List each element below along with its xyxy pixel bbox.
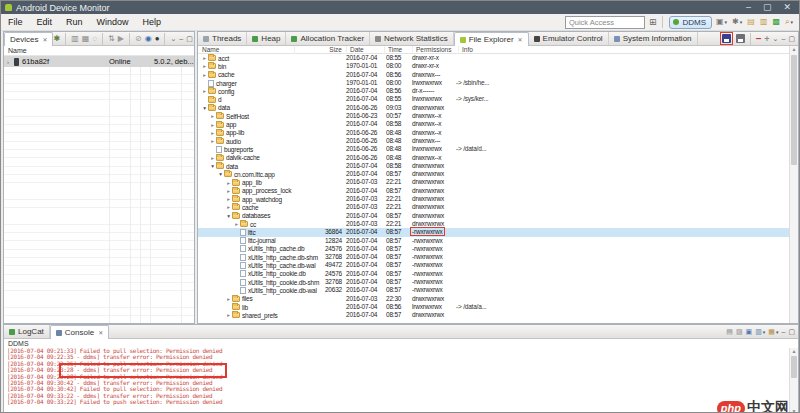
column-header-time[interactable]: Time [384, 46, 410, 54]
tree-row-shared-prefs[interactable]: ▸shared_prefs2016-07-0408:57drwxrwxrwx [198, 311, 789, 319]
close-icon[interactable]: ✕ [518, 36, 523, 43]
hierarchy-view-icon[interactable]: ● [155, 35, 160, 43]
expander-closed-icon[interactable]: ▸ [225, 312, 232, 318]
scroll-up-icon[interactable]: ▲ [790, 46, 798, 53]
scrollbar-thumb[interactable] [791, 356, 797, 378]
pull-file-icon[interactable] [722, 34, 731, 43]
expander-closed-icon[interactable]: ▸ [225, 188, 232, 194]
tab-heap[interactable]: Heap [247, 32, 286, 45]
tree-row-dalvik-cache[interactable]: ▸dalvik-cache2016-06-2608:48drwxrwx--x [198, 154, 789, 162]
explorer-scrollbar[interactable]: ▲ [789, 46, 798, 323]
tab-logcat[interactable]: LogCat [4, 325, 50, 338]
menu-run[interactable]: Run [59, 14, 90, 30]
tree-row-cache[interactable]: ▸cache2016-07-0322:21drwxrwxrwx [198, 203, 789, 211]
column-header-size[interactable]: Size [294, 46, 342, 54]
display-console-icon[interactable]: ▥▾ [755, 327, 765, 337]
update-heap-icon[interactable]: ▥ [71, 35, 79, 43]
perspective-ddms-button[interactable]: DDMS [669, 16, 712, 29]
tree-row-xutils-http-cache-db-shm[interactable]: xUtils_http_cache.db-shm327682016-07-040… [198, 253, 789, 261]
menu-window[interactable]: Window [90, 14, 136, 30]
dump-hprof-icon[interactable]: ▦ [82, 35, 90, 43]
column-header-permissions[interactable]: Permissions [412, 46, 456, 54]
expander-closed-icon[interactable]: ▸ [209, 155, 216, 161]
column-header-name[interactable]: Name [199, 46, 291, 54]
debug-process-icon[interactable]: ✱ [53, 35, 60, 43]
pin-console-icon[interactable]: ▣ [746, 328, 753, 336]
new-wizard-icon[interactable]: ▣▾ [716, 17, 727, 27]
maximize-window-icon[interactable]: ▢ [763, 1, 772, 14]
tree-row-xutils-http-cookie-db-shm[interactable]: xUtils_http_cookie.db-shm327682016-07-04… [198, 278, 789, 286]
delete-icon[interactable]: – [756, 35, 762, 43]
expander-closed-icon[interactable]: ▸ [209, 138, 216, 144]
expander-open-icon[interactable]: ▾ [217, 171, 224, 177]
tree-row-xutils-http-cache-db-wal[interactable]: xUtils_http_cache.db-wal494722016-07-040… [198, 261, 789, 269]
view-menu-icon[interactable]: ⌄ [170, 35, 176, 43]
tree-row-data[interactable]: ▾data2016-06-2609:03drwxrwxrwx [198, 104, 789, 112]
expander-closed-icon[interactable]: ▸ [225, 296, 232, 302]
tree-row-app-process-lock[interactable]: ▸app_process_lock2016-07-0408:57drwxrwxr… [198, 187, 789, 195]
menu-file[interactable]: File [1, 14, 30, 30]
cause-gc-icon[interactable]: ◌ [92, 35, 97, 43]
tree-row-config[interactable]: ▸config2016-07-0408:56dr-x------ [198, 87, 789, 95]
expander-open-icon[interactable]: ▾ [201, 105, 208, 111]
tab-threads[interactable]: Threads [198, 32, 247, 45]
expander-closed-icon[interactable]: ▸ [209, 130, 216, 136]
tree-row-acct[interactable]: ▸acct2016-07-0408:55drwxr-xr-x [198, 54, 789, 62]
minimize-view-icon[interactable]: – [781, 328, 785, 335]
menu-help[interactable]: Help [136, 14, 169, 30]
minimize-view-icon[interactable]: – [781, 35, 785, 42]
debug-menu-icon[interactable]: ✱▾ [732, 17, 742, 27]
tab-emulator-control[interactable]: Emulator Control [529, 32, 609, 45]
sync-icon[interactable]: ▩ [772, 18, 780, 26]
expander-closed-icon[interactable]: ▸ [225, 196, 232, 202]
tab-system-information[interactable]: System Information [609, 32, 698, 45]
scroll-up-icon[interactable]: ▲ [790, 348, 798, 355]
expander-closed-icon[interactable]: ▸ [225, 204, 232, 210]
tree-row-databases[interactable]: ▾databases2016-07-0408:57drwxrwxrwx [198, 212, 789, 220]
tree-row-data[interactable]: ▾data2016-07-0408:58drwxrwxrwx [198, 162, 789, 170]
expander-open-icon[interactable]: ▾ [225, 213, 232, 219]
tree-row-xutils-http-cookie-db-wal[interactable]: xUtils_http_cookie.db-wal206322016-07-04… [198, 286, 789, 294]
expander-closed-icon[interactable]: ▸ [201, 63, 208, 69]
expander-closed-icon[interactable]: ▸ [201, 72, 208, 78]
tree-row-app[interactable]: ▸app2016-07-0408:58drwxrwx--x [198, 120, 789, 128]
screen-capture-icon[interactable]: ◉ [145, 35, 152, 43]
menu-edit[interactable]: Edit [30, 14, 60, 30]
tree-row-cache[interactable]: ▸cache2016-07-0408:56drwxrwx--- [198, 71, 789, 79]
device-row[interactable]: › 61ba82f Online 5.0.2, deb... [4, 56, 194, 67]
scroll-lock-icon[interactable]: ▨ [736, 328, 743, 336]
scroll-down-icon[interactable]: ▼ [790, 408, 798, 413]
expander-closed-icon[interactable]: ▸ [201, 88, 208, 94]
tree-row-cc[interactable]: ▸cc2016-07-0322:21drwxrwxrwx [198, 220, 789, 228]
open-console-icon[interactable]: ▦▾ [768, 327, 778, 337]
update-threads-icon[interactable]: ⇅ [108, 35, 115, 43]
column-header-date[interactable]: Date [346, 46, 384, 54]
tree-row-lttc-journal[interactable]: lttc-journal128242016-07-0408:57-rwxrwxr… [198, 237, 789, 245]
clear-console-icon[interactable]: ▤ [726, 328, 733, 336]
tree-row-audio[interactable]: ▸audio2016-06-2608:48drwxrwx--- [198, 137, 789, 145]
tree-row-xutils-http-cache-db[interactable]: xUtils_http_cache.db245762016-07-0408:57… [198, 245, 789, 253]
maximize-view-icon[interactable]: ▢ [788, 35, 795, 43]
expander-open-icon[interactable]: ▾ [209, 163, 216, 169]
chevron-right-icon[interactable]: › [7, 59, 14, 65]
new-folder-icon[interactable]: + [764, 35, 769, 43]
expander-closed-icon[interactable]: ▸ [233, 221, 240, 227]
tree-row-cn-com-lttc-app[interactable]: ▾cn.com.lttc.app2016-07-0408:57drwxrwxrw… [198, 170, 789, 178]
tab-file-explorer[interactable]: File Explorer✕ [454, 32, 529, 46]
maximize-view-icon[interactable]: ▢ [788, 328, 795, 336]
tree-row-lib[interactable]: lib2016-07-0408:56lrwxrwxrwx-> /data/a..… [198, 303, 789, 311]
close-icon[interactable]: ✕ [98, 329, 103, 336]
close-window-icon[interactable]: ✕ [783, 1, 791, 14]
tree-row-xutils-http-cookie-db[interactable]: xUtils_http_cookie.db245762016-07-0408:5… [198, 270, 789, 278]
maximize-view-icon[interactable]: ▢ [186, 35, 193, 43]
column-header-info[interactable]: Info [458, 46, 508, 54]
search-icon[interactable]: ⌕▾ [785, 17, 793, 27]
open-perspective-icon[interactable]: ⊞ [649, 17, 657, 27]
stop-process-icon[interactable]: ⊘ [135, 35, 142, 43]
expander-closed-icon[interactable]: ▸ [209, 113, 216, 119]
scrollbar-thumb[interactable] [791, 55, 797, 165]
tab-network-statistics[interactable]: Network Statistics [370, 32, 454, 45]
tree-row-bin[interactable]: ▸bin1970-01-0108:00drwxr-xr-x [198, 62, 789, 70]
expander-closed-icon[interactable]: ▸ [225, 180, 232, 186]
tree-row-bugreports[interactable]: bugreports2016-06-2608:48lrwxrwxrwx-> /d… [198, 145, 789, 153]
